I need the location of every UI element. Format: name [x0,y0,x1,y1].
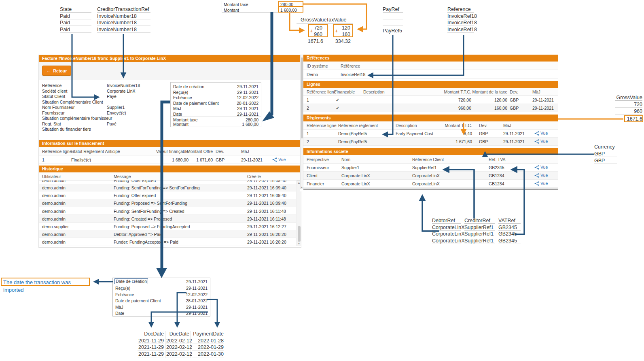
share-icon [534,131,539,136]
view-link[interactable]: Vue [534,139,548,144]
scroll-down-icon[interactable]: ▼ [297,242,301,245]
scrollbar-thumb[interactable] [301,57,303,138]
xl-header: GrossValue [301,17,326,23]
col-header: Référence [341,64,360,68]
col-header: Référence Client [412,157,444,162]
share-icon [534,165,539,170]
date-value: 12-02-2022 [237,95,258,100]
field-value: Envoyé(e) [107,110,126,115]
arrow-datebox-to-zoom-head [156,268,167,278]
history-row: demo.admin Debtor: Approved => Paid 29-1… [39,230,296,238]
screenshot-stage: Facture #InvoiceNumber18 from: Supplier1… [0,0,644,361]
state-mapping-table: StateCreditorTransactionRef PaidInvoiceN… [60,6,153,33]
history-row: demo.admin Funding: Offer expired 29-11-… [39,191,296,199]
date-value: 28-01-2022 [237,101,258,106]
col-header: Dev. [216,149,224,154]
details-panel: ▲ Références ID système Référence Demo I… [300,55,558,191]
field-label: Situation du financier tiers [42,127,91,132]
date-value: 29-11-2021 [237,90,258,95]
taxvalue-sum-box [333,24,353,37]
view-link-label: Vue [540,173,548,178]
view-link[interactable]: Vue [534,131,548,136]
col-header: Perspective [307,157,329,162]
field-label: Situation Complémentaire Client [42,100,103,104]
share-icon [534,181,539,186]
xl-header: CreditorRef [464,218,495,224]
view-link-label: Vue [540,181,548,186]
col-header: Référence ligne [307,123,337,128]
invoice-panel: Facture #InvoiceNumber18 from: Supplier1… [38,55,301,248]
date-label: Date de création [173,84,204,89]
field-value: Supplier1 [107,105,125,110]
financing-header-row: Référence ligne Statut Règlement Anticip… [39,147,302,155]
col-header: Message [114,174,131,179]
invoice-title-bar: Facture #InvoiceNumber18 from: Supplier1… [39,55,302,62]
view-link-label: Vue [540,131,548,136]
references-section-header: Références [303,55,558,62]
share-icon [534,139,539,144]
col-header: Créé le [247,174,261,179]
back-icon: ← [47,68,51,73]
history-title: Historique [42,166,63,171]
company-row: Fournisseur Supplier1 SupplierRef1 GB234… [303,164,558,172]
date-value: 29-11-2021 [237,84,258,89]
view-link[interactable]: Vue [534,165,548,170]
history-section-header: Historique [39,166,302,172]
scroll-down-icon[interactable]: ▲ [301,185,303,189]
date-value: 1 680,00 [242,122,258,127]
view-link[interactable]: Vue [272,157,286,162]
company-row: Financier Corporate LinX CorporateLinX G… [303,180,558,188]
history-row-partial: demo.admin Funding: Offer expired 29-11-… [39,180,296,184]
back-button[interactable]: ← Retour [42,66,71,76]
col-header: MàJ [241,149,249,154]
col-header: Finançable [334,89,355,94]
xl-header: TaxValue [326,17,347,23]
imported-note-text: The date the transaction was imported [3,279,71,293]
company-header-row: Perspective Nom Référence Client Réf. TV… [303,155,558,164]
details-content: Références ID système Référence Demo Inv… [303,55,558,191]
date-label: Echéance [173,95,192,100]
history-row: demo.admin Funding: Proposed => SentForF… [39,199,296,207]
lines-row: 2 ✓ 960,00 160,00 GBP 29-11-2021 [303,104,558,112]
company-row: Client Corporate LinX CorporateLinX GB12… [303,172,558,180]
company-title: Informations société [307,149,348,154]
col-header: Référence ligne [307,89,337,94]
check-icon: ✓ [336,106,339,111]
date-label: Date de paiement Client [173,101,219,106]
scrollbar-thumb[interactable] [298,226,301,242]
financing-row: 1 Finalisé(e) 1 680,00 1 671,60 GBP 29-1… [39,155,302,164]
field-label: Nom Fournisseur [42,105,75,110]
lines-header-row: Référence ligne Finançable Description M… [303,88,558,96]
view-link[interactable]: Vue [534,181,548,186]
invoice-title: Facture #InvoiceNumber18 from: Supplier1… [42,56,166,61]
back-button-label: Retour [53,68,67,73]
share-icon [534,173,539,178]
field-value: InvoiceNumber18 [107,83,140,88]
col-header: Statut Règlement Anticipé [71,149,120,154]
xl-header: CreditorTransactionRef [97,6,150,13]
date-box-divider [171,117,261,117]
date-label: Date [173,112,182,117]
field-label: Société client [42,89,67,93]
payments-header-row: Référence ligne Référence règlement Desc… [303,121,558,130]
col-header: Montant de la taxe [471,89,507,94]
view-link[interactable]: Vue [534,173,548,178]
history-header-row: Utilisateur Message Créé le [39,172,302,180]
invoice-date-box: Date de création 29-11-2021 Reçu(e) 29-1… [170,82,261,127]
col-header: Utilisateur [42,174,61,179]
xl-header: PaymentDate [192,331,224,337]
xl-header: PayRef [383,6,403,13]
xl-header: Reference [447,6,474,13]
col-header: Référence ligne [42,149,72,154]
payments-title: Règlements [307,115,331,120]
references-header-row: ID système Référence [303,62,558,70]
col-header: Montant Offre [184,149,213,154]
references-title: Références [307,55,330,60]
col-header: Réf. TVA [489,157,506,162]
col-header: Dev. [479,123,487,128]
details-scrollbar[interactable]: ▲ [300,55,303,189]
date-label: MàJ [173,106,181,111]
invoice-toolbar: ← Retour [39,62,302,80]
field-value: Payé [107,121,117,126]
field-label: Fournisseur [42,110,64,115]
